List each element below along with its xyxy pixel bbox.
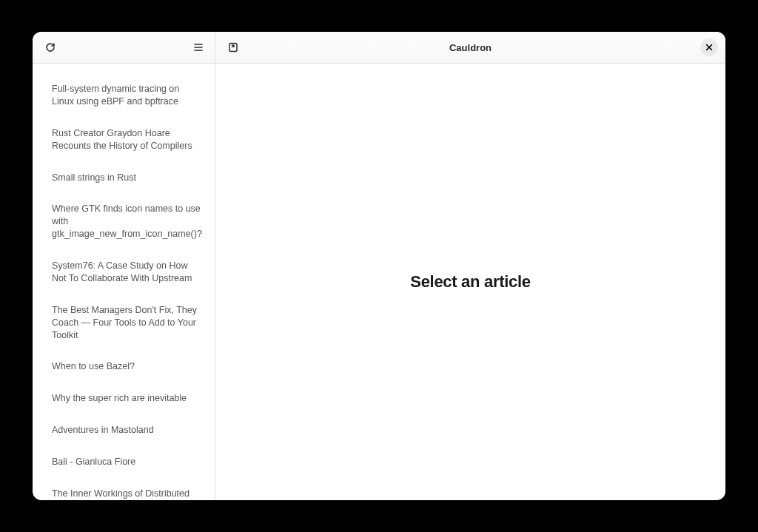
app-title: Cauldron [449, 42, 492, 53]
article-list[interactable]: Full-system dynamic tracing on Linux usi… [33, 64, 215, 500]
article-list-item[interactable]: When to use Bazel? [33, 353, 215, 380]
menu-button[interactable] [188, 37, 209, 58]
article-list-item[interactable]: The Inner Workings of Distributed Databa… [33, 480, 215, 500]
titlebar-right: Cauldron [215, 32, 725, 63]
svg-rect-3 [229, 44, 237, 52]
titlebar-left [33, 32, 215, 63]
close-icon [705, 44, 713, 51]
hamburger-icon [192, 41, 204, 53]
refresh-button[interactable] [40, 37, 61, 58]
article-list-item[interactable]: Bali - Gianluca Fiore [33, 448, 215, 476]
content-area: Select an article [215, 64, 725, 500]
refresh-icon [44, 41, 56, 53]
article-list-item[interactable]: Where GTK finds icon names to use with g… [33, 195, 215, 248]
titlebar: Cauldron [33, 32, 725, 64]
app-window: Cauldron Full-system dynamic tracing on … [33, 32, 725, 500]
article-list-item[interactable]: Adventures in Mastoland [33, 417, 215, 444]
open-external-icon [227, 41, 239, 53]
article-list-item[interactable]: Small strings in Rust [33, 164, 215, 192]
close-button[interactable] [700, 38, 718, 56]
article-list-item[interactable]: Rust Creator Graydon Hoare Recounts the … [33, 120, 215, 160]
browser-open-button[interactable] [223, 37, 244, 58]
empty-state-message: Select an article [410, 272, 530, 292]
article-list-item[interactable]: Full-system dynamic tracing on Linux usi… [33, 75, 215, 115]
article-list-item[interactable]: System76: A Case Study on How Not To Col… [33, 252, 215, 292]
article-list-item[interactable]: The Best Managers Don't Fix, They Coach … [33, 297, 215, 349]
article-list-item[interactable]: Why the super rich are inevitable [33, 385, 215, 412]
window-body: Full-system dynamic tracing on Linux usi… [33, 64, 725, 500]
